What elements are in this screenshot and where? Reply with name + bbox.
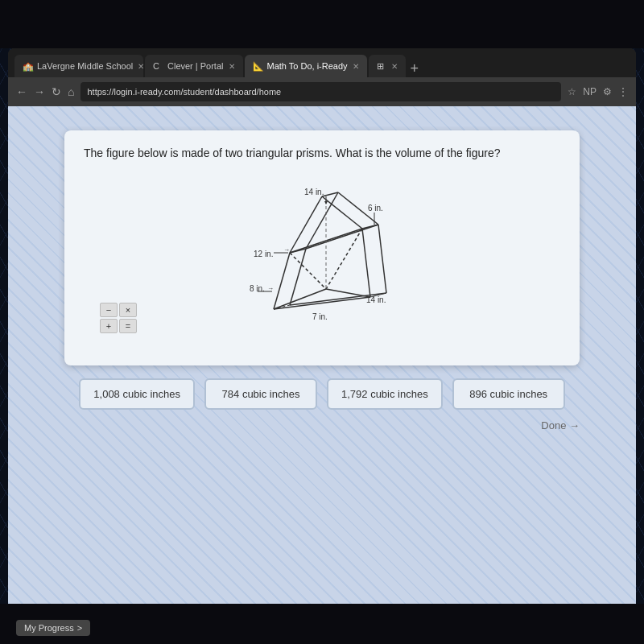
done-button[interactable]: Done → [541, 419, 580, 431]
top-dark-area [0, 0, 644, 48]
tab-clever[interactable]: C Clever | Portal ✕ [145, 55, 243, 77]
tab-favicon-lavergne: 🏫 [23, 61, 32, 71]
svg-line-3 [306, 192, 338, 249]
answer-1-label: 1,008 cubic inches [93, 388, 180, 400]
answer-3-label: 1,792 cubic inches [341, 388, 428, 400]
answer-1-button[interactable]: 1,008 cubic inches [79, 378, 195, 410]
tab-favicon-extra: ⊞ [377, 61, 386, 71]
svg-line-14 [290, 253, 326, 289]
tab-close-lavergne[interactable]: ✕ [138, 62, 143, 71]
multiply-button[interactable]: × [119, 303, 137, 317]
operator-buttons: − × + = [100, 303, 137, 333]
tab-favicon-iready: 📐 [253, 61, 262, 71]
bookmark-icon[interactable]: ☆ [568, 86, 576, 97]
tab-bar: 🏫 LaVergne Middle School ✕ C Clever | Po… [8, 48, 636, 77]
tab-favicon-clever: C [153, 61, 163, 71]
home-button[interactable]: ⌂ [68, 85, 74, 98]
question-text: The figure below is made of two triangul… [84, 147, 560, 159]
svg-text:→: → [283, 246, 290, 254]
answer-3-button[interactable]: 1,792 cubic inches [327, 378, 443, 410]
tab-label-lavergne: LaVergne Middle School [37, 61, 133, 71]
answer-2-label: 784 cubic inches [222, 388, 300, 400]
figure-svg: 14 in. 6 in. 12 in. → 8 in. → [209, 172, 435, 349]
refresh-button[interactable]: ↻ [52, 85, 61, 98]
answer-choices: 1,008 cubic inches 784 cubic inches 1,79… [64, 378, 580, 410]
tab-label-iready: Math To Do, i-Ready [267, 61, 348, 71]
tab-extra[interactable]: ⊞ ✕ [369, 55, 406, 77]
browser-window: 🏫 LaVergne Middle School ✕ C Clever | Po… [8, 48, 636, 604]
answer-4-label: 896 cubic inches [469, 388, 547, 400]
svg-line-16 [290, 249, 306, 305]
svg-text:12 in.: 12 in. [254, 250, 273, 258]
svg-line-8 [362, 225, 378, 229]
user-icon[interactable]: NP [583, 86, 597, 97]
address-bar: ← → ↻ ⌂ ☆ NP ⚙ ⋮ [8, 77, 636, 106]
svg-line-9 [274, 253, 290, 309]
svg-text:6 in.: 6 in. [368, 204, 383, 213]
svg-line-15 [326, 229, 362, 289]
menu-icon[interactable]: ⋮ [618, 86, 628, 97]
forward-button[interactable]: → [34, 85, 45, 98]
bottom-dark-area [0, 604, 644, 644]
svg-line-0 [290, 196, 322, 253]
svg-line-10 [362, 229, 370, 297]
page-content: The figure below is made of two triangul… [8, 106, 636, 604]
tab-close-extra[interactable]: ✕ [391, 62, 398, 71]
question-card: The figure below is made of two triangul… [64, 130, 580, 365]
tab-label-clever: Clever | Portal [167, 61, 224, 71]
tab-lavergne[interactable]: 🏫 LaVergne Middle School ✕ [14, 55, 143, 77]
new-tab-button[interactable]: + [407, 60, 423, 77]
done-label: Done → [541, 419, 580, 431]
svg-text:14 in.: 14 in. [304, 188, 324, 196]
svg-line-5 [306, 225, 378, 249]
svg-line-17 [378, 225, 386, 293]
minus-button[interactable]: − [100, 303, 118, 317]
tab-close-iready[interactable]: ✕ [353, 62, 359, 71]
settings-icon[interactable]: ⚙ [603, 86, 612, 97]
figure-area: 14 in. 6 in. 12 in. → 8 in. → [84, 172, 560, 349]
url-input[interactable] [80, 82, 561, 101]
my-progress-label: My Progress [24, 623, 74, 633]
answer-2-button[interactable]: 784 cubic inches [204, 378, 317, 410]
svg-line-1 [322, 196, 362, 229]
svg-text:14 in.: 14 in. [366, 295, 386, 304]
tab-close-clever[interactable]: ✕ [229, 62, 235, 71]
plus-button[interactable]: + [100, 319, 118, 333]
back-button[interactable]: ← [16, 85, 27, 98]
my-progress-bar[interactable]: My Progress > [16, 620, 90, 636]
answer-4-button[interactable]: 896 cubic inches [452, 378, 565, 410]
svg-text:→: → [267, 285, 274, 292]
equals-button[interactable]: = [119, 319, 137, 333]
done-area: Done → [64, 419, 580, 431]
tab-iready[interactable]: 📐 Math To Do, i-Ready ✕ [245, 55, 367, 77]
svg-text:7 in.: 7 in. [312, 312, 328, 321]
my-progress-chevron: > [77, 623, 82, 633]
